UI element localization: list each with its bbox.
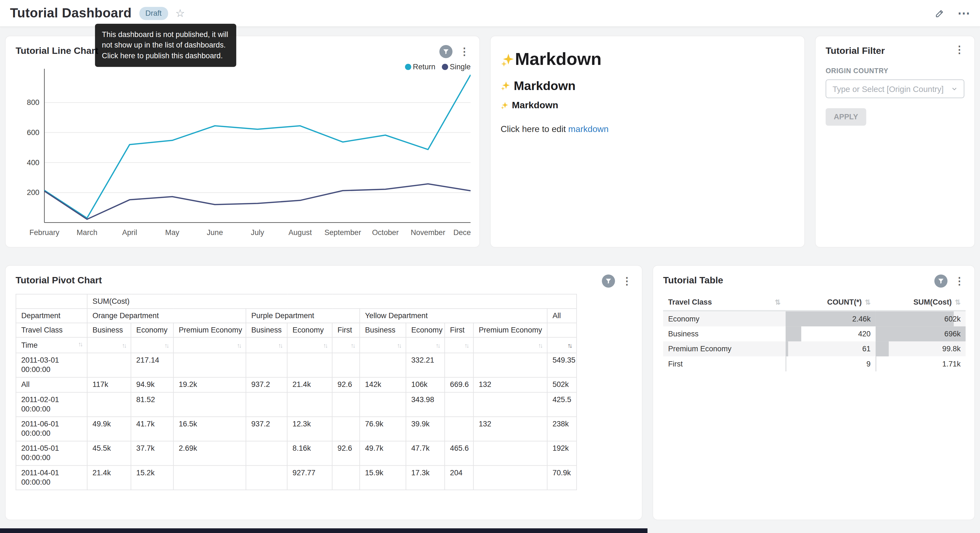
pivot-sort-cell[interactable]: ↑↓: [131, 337, 173, 353]
favorite-star-icon[interactable]: ☆: [175, 6, 185, 20]
pivot-row-header: 2011-03-01 00:00:00: [16, 353, 87, 377]
more-options-icon[interactable]: ⋮: [459, 47, 469, 57]
count-cell: 2.46k: [786, 311, 876, 326]
pivot-sort-cell[interactable]: ↑↓: [246, 337, 287, 353]
markdown-h3: Markdown: [501, 99, 794, 111]
pivot-value-cell: 465.6: [445, 441, 473, 465]
pivot-value-cell: [87, 353, 131, 377]
tooltip-line: Click here to publish this dashboard.: [102, 51, 229, 62]
pivot-value-cell: 927.77: [287, 466, 332, 490]
col-header-count[interactable]: COUNT(*)⇅: [786, 294, 876, 311]
more-options-icon[interactable]: ⋮: [955, 45, 964, 55]
col-header-travel-class[interactable]: Travel Class⇅: [663, 294, 786, 311]
svg-text:April: April: [122, 228, 137, 237]
pivot-sort-cell[interactable]: ↑↓: [360, 337, 406, 353]
pivot-data-row: 2011-02-01 00:00:0081.52343.98425.5: [16, 393, 577, 417]
pivot-value-cell: 106k: [406, 377, 444, 392]
pivot-value-cell: 16.5k: [173, 417, 246, 441]
table-card-title: Tutorial Table: [663, 274, 723, 285]
svg-text:February: February: [29, 228, 59, 237]
more-actions-icon[interactable]: ⋯: [957, 7, 970, 19]
sort-icon[interactable]: ↑↓: [237, 342, 241, 349]
pivot-value-cell: 39.9k: [406, 417, 444, 441]
edit-markdown-link[interactable]: markdown: [568, 124, 608, 134]
pivot-col-header: [547, 323, 576, 337]
sort-icon[interactable]: ↑↓: [465, 342, 468, 349]
sparkles-icon: [501, 81, 511, 91]
sort-icon[interactable]: ⇅: [775, 298, 781, 306]
partial-card-below: [0, 528, 648, 533]
pivot-sort-cell[interactable]: ↑↓: [473, 337, 547, 353]
pivot-sort-cell[interactable]: ↑↓: [406, 337, 444, 353]
pivot-value-cell: 49.7k: [360, 441, 406, 465]
sort-icon[interactable]: ↑↓: [436, 342, 439, 349]
pivot-sort-cell[interactable]: ↑↓: [87, 337, 131, 353]
sort-icon[interactable]: ↑↓: [568, 342, 571, 349]
pivot-time-header[interactable]: Time↑↓: [16, 337, 87, 353]
line-chart[interactable]: 200400600800FebruaryMarchAprilMayJuneJul…: [16, 66, 471, 245]
pivot-axis-label: Department: [16, 308, 87, 323]
sort-icon[interactable]: ⇅: [865, 298, 871, 306]
filter-indicator-icon[interactable]: [602, 274, 615, 288]
filter-indicator-icon[interactable]: [439, 45, 453, 58]
data-bar: [876, 342, 889, 356]
pivot-value-cell: [173, 353, 246, 377]
pivot-value-cell: [445, 393, 473, 417]
pivot-sort-cell[interactable]: ↑↓: [445, 337, 473, 353]
sort-icon[interactable]: ↑↓: [323, 342, 327, 349]
sum-cell: 99.8k: [876, 342, 966, 356]
svg-text:600: 600: [27, 128, 39, 137]
more-options-icon[interactable]: ⋮: [955, 276, 964, 286]
pivot-data-row: 2011-03-01 00:00:00217.14332.21549.35: [16, 353, 577, 377]
filter-indicator-icon[interactable]: [934, 274, 948, 288]
pivot-value-cell: 70.9k: [547, 466, 576, 490]
svg-text:October: October: [372, 228, 399, 237]
pivot-value-cell: [332, 417, 360, 441]
sort-icon[interactable]: ↑↓: [351, 342, 355, 349]
pivot-value-cell: 937.2: [246, 417, 287, 441]
sort-icon[interactable]: ↑↓: [278, 342, 282, 349]
pivot-data-row: 2011-06-01 00:00:0049.9k41.7k16.5k937.21…: [16, 417, 577, 441]
pivot-row-header: 2011-02-01 00:00:00: [16, 393, 87, 417]
pivot-value-cell: 92.6: [332, 377, 360, 392]
pivot-row-header: 2011-05-01 00:00:00: [16, 441, 87, 465]
pivot-value-cell: 132: [473, 377, 547, 392]
sort-icon[interactable]: ↑↓: [538, 342, 542, 349]
pivot-value-cell: [360, 393, 406, 417]
pivot-table: SUM(Cost)DepartmentOrange DepartmentPurp…: [16, 294, 577, 490]
table-row: Premium Economy6199.8k: [663, 342, 966, 356]
pivot-col-header: Business: [87, 323, 131, 337]
pivot-sort-cell[interactable]: ↑↓: [173, 337, 246, 353]
pivot-value-cell: 142k: [360, 377, 406, 392]
pivot-value-cell: 76.9k: [360, 417, 406, 441]
pivot-value-cell: 47.7k: [406, 441, 444, 465]
sort-icon[interactable]: ⇅: [955, 298, 961, 306]
apply-button[interactable]: APPLY: [826, 108, 866, 126]
pivot-value-cell: [246, 466, 287, 490]
sort-icon[interactable]: ↑↓: [397, 342, 401, 349]
markdown-paragraph: Click here to edit markdown: [501, 123, 794, 135]
pivot-sort-cell[interactable]: ↑↓: [547, 337, 576, 353]
sort-icon[interactable]: ↑↓: [164, 342, 168, 349]
pivot-value-cell: 204: [445, 466, 473, 490]
origin-country-select[interactable]: Type or Select [Origin Country]: [826, 80, 964, 98]
draft-badge[interactable]: Draft: [139, 6, 168, 20]
pivot-value-cell: 238k: [547, 417, 576, 441]
pivot-sort-cell[interactable]: ↑↓: [332, 337, 360, 353]
pivot-value-cell: 937.2: [246, 377, 287, 392]
sort-icon[interactable]: ↑↓: [122, 342, 126, 349]
more-options-icon[interactable]: ⋮: [622, 276, 632, 286]
sparkles-icon: [501, 101, 509, 109]
svg-text:May: May: [165, 228, 180, 237]
pivot-value-cell: [287, 353, 332, 377]
pivot-value-cell: [473, 466, 547, 490]
line-chart-card: Tutorial Line Chart ⋮ ReturnSingle 20040…: [5, 36, 480, 247]
edit-dashboard-icon[interactable]: [934, 8, 945, 18]
pivot-axis-label: Travel Class: [16, 323, 87, 337]
sparkles-icon: [501, 52, 515, 67]
pivot-sort-cell[interactable]: ↑↓: [287, 337, 332, 353]
pivot-value-cell: 17.3k: [406, 466, 444, 490]
col-header-sum[interactable]: SUM(Cost)⇅: [876, 294, 966, 311]
pivot-value-cell: [332, 393, 360, 417]
sort-icon[interactable]: ↑↓: [78, 341, 82, 348]
